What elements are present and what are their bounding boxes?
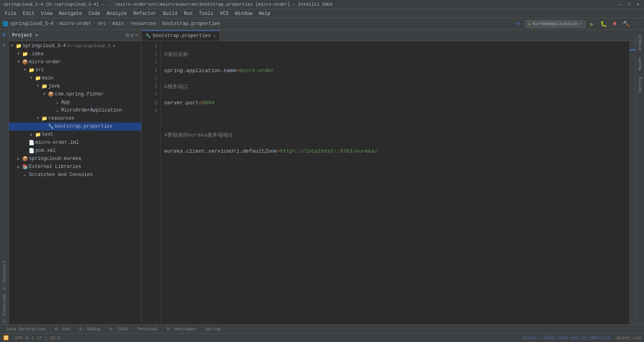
tree-label: External Libraries — [29, 164, 81, 170]
project-panel-header: Project ▾ ⊟ ⚙ ✕ — [9, 30, 141, 41]
tree-micro-order[interactable]: ▼ 📦 micro-order — [9, 58, 141, 66]
tab-close-button[interactable]: ✕ — [213, 33, 216, 38]
breadcrumb-src[interactable]: src — [98, 21, 107, 27]
properties-icon: 🔧 — [47, 123, 54, 130]
menu-view[interactable]: View — [38, 10, 56, 17]
tree-main[interactable]: ▼ 📁 main — [9, 74, 141, 82]
code-line-8 — [164, 164, 626, 172]
menu-code[interactable]: Code — [85, 10, 103, 17]
empty-line — [164, 164, 167, 172]
maven-tab[interactable]: Maven — [636, 54, 644, 74]
stop-button[interactable]: ■ — [610, 19, 619, 28]
terminal-tab[interactable]: Terminal — [133, 326, 162, 332]
menu-navigate[interactable]: Navigate — [56, 10, 85, 17]
run-config-selector[interactable]: ▶ EurekaApplication ▾ — [525, 20, 585, 28]
tab-bootstrap-properties[interactable]: 🔧 bootstrap.properties ✕ — [142, 30, 220, 41]
equals-sign: = — [236, 67, 239, 75]
tree-label: springcloud-eureka — [29, 156, 81, 162]
run-button[interactable]: ▶ — [588, 19, 597, 28]
run-tab[interactable]: 4: Run — [50, 326, 74, 332]
tree-microorder-app[interactable]: ▶ ☕ MicroOrderApplication — [9, 106, 141, 114]
menu-build[interactable]: Build — [160, 10, 181, 17]
menu-edit[interactable]: Edit — [20, 10, 38, 17]
tree-resources[interactable]: ▼ 📁 resources — [9, 114, 141, 122]
tree-springcloud-eureka[interactable]: ▶ 📦 springcloud-eureka — [9, 155, 141, 163]
tree-app[interactable]: ▶ ☕ App — [9, 98, 141, 106]
scratch-icon: ✏️ — [22, 172, 28, 178]
tree-label: main — [42, 75, 53, 81]
favorites-side-icon[interactable]: 2: Favorites — [0, 292, 8, 324]
tree-label: App — [61, 99, 70, 105]
more-actions-button[interactable]: ⋮ — [633, 19, 642, 28]
menu-bar: File Edit View Navigate Code Analyze Ref… — [0, 9, 644, 18]
menu-run[interactable]: Run — [181, 10, 196, 17]
breadcrumb-main[interactable]: main — [112, 21, 124, 27]
title-text: springcloud_3-4 [D:\springcloud_3-4] – .… — [3, 2, 333, 7]
sync-button[interactable]: ⟳ — [514, 19, 523, 28]
menu-analyze[interactable]: Analyze — [103, 10, 130, 17]
breadcrumb-springcloud[interactable]: springcloud_3-4 — [10, 21, 53, 27]
url-text: https://blog.csdn.net/qq_40977118 — [523, 336, 611, 340]
tree-test[interactable]: ▶ 📁 test — [9, 131, 141, 139]
todo-tab-label: 6: TODO — [109, 327, 128, 332]
java-enterprise-tab[interactable]: Java Enterprise — [2, 326, 49, 332]
scroll-marker — [630, 49, 635, 50]
collapse-all-icon[interactable]: ⊟ — [126, 32, 129, 38]
breadcrumb-icon[interactable]: 🌐 — [2, 21, 8, 27]
code-line-3: #服务端口 — [164, 83, 626, 91]
build-button[interactable]: 🔨 — [621, 19, 630, 28]
editor-area: 🔧 bootstrap.properties ✕ 1 2 3 4 5 6 7 8… — [142, 30, 635, 324]
tree-package[interactable]: ▼ 📦 com.spring.fisher — [9, 90, 141, 98]
tree-idea[interactable]: ▼ 📁 .idea — [9, 50, 141, 58]
resources-folder-icon: 📁 — [41, 115, 47, 122]
minimize-button[interactable]: — — [617, 2, 623, 7]
code-line-9 — [164, 180, 626, 188]
gradle-tab[interactable]: Gradle — [636, 31, 644, 54]
tab-name: bootstrap.properties — [153, 33, 211, 39]
spring-tab[interactable]: Spring — [636, 74, 644, 96]
todo-tab[interactable]: 6: TODO — [105, 326, 132, 332]
menu-window[interactable]: Window — [232, 10, 255, 17]
tree-root[interactable]: ▼ 📁 springcloud_3-4 D:\springcloud_3-4 — [9, 42, 141, 50]
code-editor[interactable]: #项目名称 spring.application.name=micro-orde… — [161, 41, 630, 324]
restore-button[interactable]: ❐ — [626, 2, 632, 7]
xml-icon: 📄 — [28, 147, 35, 154]
debug-button[interactable]: 🐛 — [599, 19, 608, 28]
property-key: spring.application.name — [164, 67, 236, 75]
close-button[interactable]: ✕ — [635, 2, 641, 7]
menu-help[interactable]: Help — [255, 10, 274, 17]
library-icon: 📚 — [22, 164, 28, 170]
structure-icon[interactable]: 2: Structure — [0, 259, 8, 291]
spring-bottom-tab[interactable]: Spring — [201, 326, 225, 332]
debug-tab[interactable]: 5: Debug — [75, 326, 105, 332]
tree-java[interactable]: ▼ 📁 java — [9, 82, 141, 90]
messages-tab[interactable]: 0: Messages — [163, 326, 200, 332]
tree-bootstrap-properties[interactable]: ▶ 🔧 bootstrap.properties — [9, 122, 141, 131]
event-log-label[interactable]: Event Log — [617, 336, 641, 340]
settings-icon[interactable]: ⚙ — [131, 32, 134, 38]
tab-file-icon: 🔧 — [146, 33, 150, 38]
tree-iml[interactable]: ▶ 📄 micro-order.iml — [9, 139, 141, 147]
tree-pom[interactable]: ▶ 📄 pom.xml — [9, 147, 141, 155]
status-bar-left: 🔀 UTF-8 | LF | 12:1 — [3, 335, 60, 340]
project-view-icon[interactable]: P — [0, 31, 8, 39]
menu-refactor[interactable]: Refactor — [130, 10, 160, 17]
tree-scratches[interactable]: ▶ ✏️ Scratches and Consoles — [9, 171, 141, 179]
breadcrumb-resources[interactable]: resources — [130, 21, 156, 27]
code-line-2: spring.application.name=micro-order — [164, 67, 626, 75]
menu-file[interactable]: File — [2, 10, 20, 17]
tree-external-libs[interactable]: ▶ 📚 External Libraries — [9, 163, 141, 171]
tree-arrow: ▼ — [15, 60, 22, 64]
tree-src[interactable]: ▼ 📁 src — [9, 66, 141, 74]
code-line-7: eureka.client.serviceUrl.defaultZone=htt… — [164, 147, 626, 155]
menu-vcs[interactable]: VCS — [217, 10, 232, 17]
favorites-icon[interactable]: ★ — [0, 40, 8, 48]
iml-icon: 📄 — [28, 139, 35, 146]
folder-icon: 📁 — [22, 51, 28, 57]
close-panel-icon[interactable]: ✕ — [135, 32, 138, 38]
toolbar: 🌐 springcloud_3-4 › micro-order › src › … — [0, 18, 644, 30]
breadcrumb-bootstrap[interactable]: bootstrap.properties — [163, 21, 220, 27]
tree-label: Scratches and Consoles — [29, 172, 93, 178]
menu-tools[interactable]: Tools — [196, 10, 217, 17]
breadcrumb-microorder[interactable]: micro-order — [60, 21, 91, 27]
